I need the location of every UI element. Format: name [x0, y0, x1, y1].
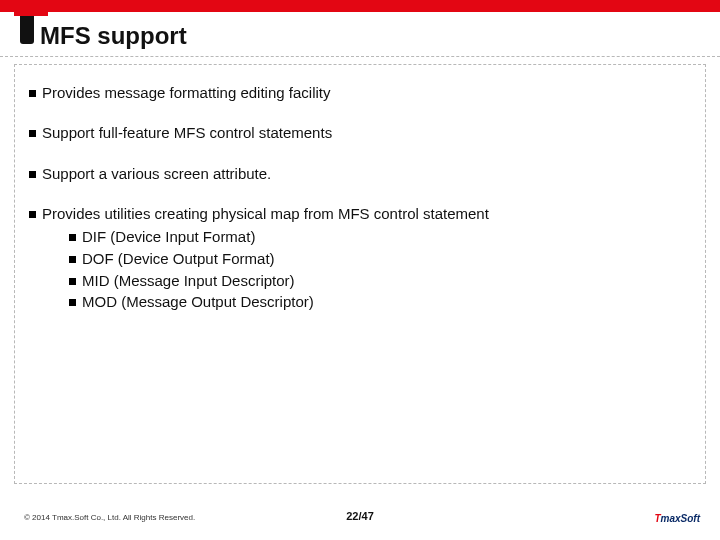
- bullet-item: Support a various screen attribute.: [29, 164, 691, 184]
- slide: MFS support Provides message formatting …: [0, 0, 720, 540]
- footer: © 2014 Tmax.Soft Co., Ltd. All Rights Re…: [0, 500, 720, 528]
- sub-bullet-text: MOD (Message Output Descriptor): [82, 293, 314, 310]
- bullet-item: Support full-feature MFS control stateme…: [29, 123, 691, 143]
- sub-bullet-item: MID (Message Input Descriptor): [69, 270, 691, 292]
- square-bullet-icon: [29, 130, 36, 137]
- sub-bullet-text: DIF (Device Input Format): [82, 228, 255, 245]
- square-bullet-icon: [69, 278, 76, 285]
- bullet-text: Support full-feature MFS control stateme…: [42, 124, 332, 141]
- sub-bullet-text: DOF (Device Output Format): [82, 250, 275, 267]
- title-divider: [0, 56, 720, 57]
- square-bullet-icon: [69, 256, 76, 263]
- square-bullet-icon: [29, 90, 36, 97]
- bullet-item: Provides message formatting editing faci…: [29, 83, 691, 103]
- bullet-text: Provides message formatting editing faci…: [42, 84, 330, 101]
- sub-bullet-item: DOF (Device Output Format): [69, 248, 691, 270]
- bullet-text: Support a various screen attribute.: [42, 165, 271, 182]
- sub-bullet-item: DIF (Device Input Format): [69, 226, 691, 248]
- top-red-bar: [0, 0, 720, 12]
- square-bullet-icon: [29, 211, 36, 218]
- bullet-item: Provides utilities creating physical map…: [29, 204, 691, 313]
- footer-logo-rest: maxSoft: [661, 513, 700, 524]
- sub-bullet-text: MID (Message Input Descriptor): [82, 272, 295, 289]
- square-bullet-icon: [29, 171, 36, 178]
- page-number: 22/47: [346, 510, 374, 522]
- sub-list: DIF (Device Input Format) DOF (Device Ou…: [69, 226, 691, 313]
- footer-brand-logo: TmaxSoft: [654, 513, 700, 524]
- copyright-text: © 2014 Tmax.Soft Co., Ltd. All Rights Re…: [24, 513, 195, 522]
- content-area: Provides message formatting editing faci…: [14, 64, 706, 484]
- square-bullet-icon: [69, 299, 76, 306]
- page-title: MFS support: [40, 22, 187, 50]
- square-bullet-icon: [69, 234, 76, 241]
- bullet-text: Provides utilities creating physical map…: [42, 205, 489, 222]
- sub-bullet-item: MOD (Message Output Descriptor): [69, 291, 691, 313]
